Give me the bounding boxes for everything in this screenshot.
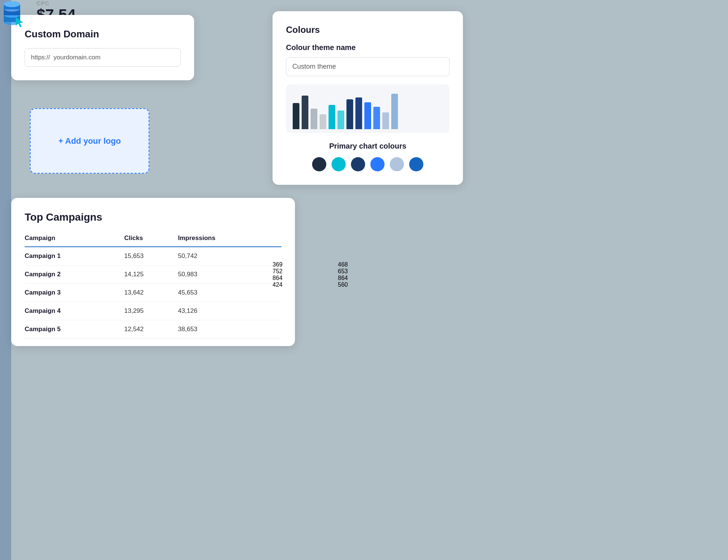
chart-bar <box>302 96 308 129</box>
extra-col2: 560 <box>338 281 403 288</box>
campaign-name: Campaign 5 <box>25 320 124 339</box>
extra-col1: 424 <box>273 281 338 288</box>
campaign-clicks: 15,653 <box>124 247 178 265</box>
table-row: Campaign 2 14,125 50,983 <box>25 265 281 284</box>
cpc-label: CPC <box>37 0 76 6</box>
campaign-name: Campaign 3 <box>25 284 124 302</box>
table-row: 369 468 <box>273 261 403 268</box>
campaign-impressions: 50,983 <box>178 265 281 284</box>
domain-card-title: Custom Domain <box>25 28 181 40</box>
campaign-name: Campaign 4 <box>25 302 124 320</box>
chart-bar <box>355 97 362 129</box>
chart-bar <box>320 114 326 129</box>
extended-table-area: 369 468 752 653 864 864 424 560 <box>273 261 403 288</box>
extra-col1: 864 <box>273 275 338 281</box>
col-impressions: Impressions <box>178 231 281 247</box>
chart-bar <box>346 99 353 129</box>
chart-bar <box>373 107 380 129</box>
color-swatch[interactable] <box>390 157 404 171</box>
primary-chart-title: Primary chart colours <box>286 142 449 150</box>
color-swatch[interactable] <box>370 157 385 171</box>
chart-bar <box>329 105 335 129</box>
campaign-impressions: 38,653 <box>178 320 281 339</box>
cpc-coins-icon <box>0 0 30 30</box>
extended-table: 369 468 752 653 864 864 424 560 <box>273 261 403 288</box>
extra-col1: 752 <box>273 268 338 275</box>
color-swatch[interactable] <box>409 157 423 171</box>
campaign-clicks: 14,125 <box>124 265 178 284</box>
campaign-impressions: 43,126 <box>178 302 281 320</box>
chart-bar <box>311 109 317 129</box>
colour-theme-label: Colour theme name <box>286 43 449 52</box>
table-row: Campaign 5 12,542 38,653 <box>25 320 281 339</box>
chart-bar <box>364 102 371 129</box>
add-logo-label: + Add your logo <box>58 136 121 146</box>
campaign-clicks: 13,295 <box>124 302 178 320</box>
color-swatch[interactable] <box>312 157 326 171</box>
chart-bar <box>382 112 389 129</box>
col-campaign: Campaign <box>25 231 124 247</box>
colour-theme-input[interactable] <box>286 57 449 76</box>
campaign-impressions: 45,653 <box>178 284 281 302</box>
campaigns-table: Campaign Clicks Impressions Campaign 1 1… <box>25 231 281 339</box>
col-clicks: Clicks <box>124 231 178 247</box>
custom-domain-card: Custom Domain <box>11 15 194 80</box>
table-row: Campaign 4 13,295 43,126 <box>25 302 281 320</box>
campaign-clicks: 12,542 <box>124 320 178 339</box>
campaign-name: Campaign 2 <box>25 265 124 284</box>
colours-card: Colours Colour theme name Primary chart … <box>273 11 463 185</box>
svg-point-6 <box>4 1 20 7</box>
campaigns-title: Top Campaigns <box>25 211 281 223</box>
table-row: Campaign 3 13,642 45,653 <box>25 284 281 302</box>
table-header-row: Campaign Clicks Impressions <box>25 231 281 247</box>
extra-col2: 468 <box>338 261 403 268</box>
bar-chart <box>286 84 449 133</box>
extra-col2: 864 <box>338 275 403 281</box>
chart-bar <box>293 103 299 129</box>
table-row: Campaign 1 15,653 50,742 <box>25 247 281 265</box>
color-swatch[interactable] <box>332 157 346 171</box>
chart-bar <box>337 111 344 129</box>
extra-col1: 369 <box>273 261 338 268</box>
campaign-clicks: 13,642 <box>124 284 178 302</box>
campaigns-card: Top Campaigns Campaign Clicks Impression… <box>11 198 295 346</box>
table-row: 864 864 <box>273 275 403 281</box>
logo-upload-card[interactable]: + Add your logo <box>30 108 149 174</box>
colours-title: Colours <box>286 25 449 35</box>
color-swatches <box>286 157 449 171</box>
table-row: 752 653 <box>273 268 403 275</box>
campaign-impressions: 50,742 <box>178 247 281 265</box>
extra-col2: 653 <box>338 268 403 275</box>
domain-input[interactable] <box>25 48 181 67</box>
color-swatch[interactable] <box>351 157 365 171</box>
table-row: 424 560 <box>273 281 403 288</box>
chart-bar <box>391 94 398 129</box>
campaign-name: Campaign 1 <box>25 247 124 265</box>
